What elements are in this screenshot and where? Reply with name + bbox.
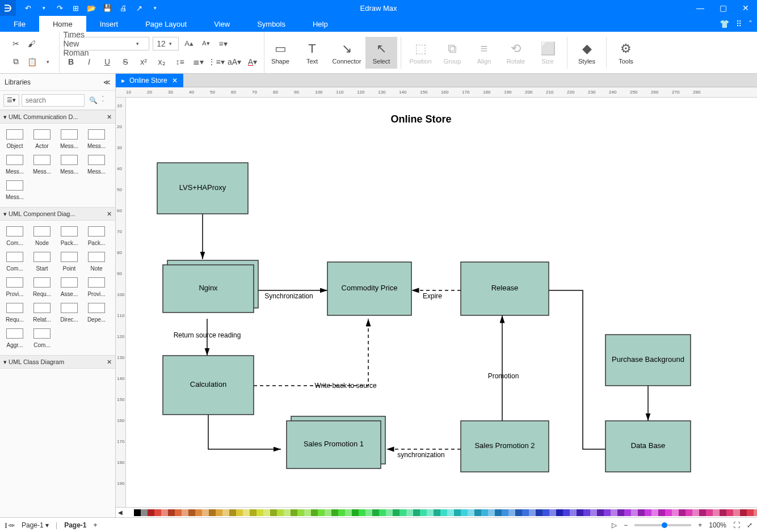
zoom-in-icon[interactable]: + [698, 521, 702, 529]
color-swatch[interactable] [188, 509, 195, 516]
tab-close-icon[interactable]: ✕ [172, 77, 178, 85]
lib-item[interactable]: Mess... [83, 127, 110, 149]
styles-button[interactable]: ◆Styles [571, 37, 603, 69]
color-swatch[interactable] [461, 509, 468, 516]
zoom-out-icon[interactable]: − [624, 521, 628, 529]
page-select[interactable]: Page-1 ▾ [22, 521, 49, 529]
color-swatch[interactable] [168, 509, 175, 516]
font-size-select[interactable]: 12▾ [153, 37, 179, 50]
bullets-icon[interactable]: ≣▾ [191, 55, 205, 69]
menu-view[interactable]: View [200, 16, 243, 32]
color-swatch[interactable] [611, 509, 617, 516]
canvas[interactable]: Online StoreSynchronizationExpireReturn … [126, 98, 757, 507]
underline-icon[interactable]: U [100, 55, 114, 69]
lib-item[interactable]: Node [28, 224, 56, 246]
tools-button[interactable]: ⚙Tools [610, 37, 642, 69]
align-button[interactable]: ≡Align [468, 37, 500, 69]
color-swatch[interactable] [522, 509, 529, 516]
color-swatch[interactable] [563, 509, 570, 516]
menu-page-layout[interactable]: Page Layout [132, 16, 200, 32]
color-swatch[interactable] [325, 509, 331, 516]
size-button[interactable]: ⬜Size [532, 37, 563, 69]
color-swatch[interactable] [481, 509, 488, 516]
color-swatch[interactable] [570, 509, 577, 516]
print-icon[interactable]: 🖨 [116, 1, 131, 15]
color-swatch[interactable] [331, 509, 338, 516]
color-swatch[interactable] [468, 509, 474, 516]
color-swatch[interactable] [617, 509, 624, 516]
lib-item[interactable]: Relat... [28, 301, 56, 323]
tshirt-icon[interactable]: 👕 [720, 19, 729, 28]
color-swatch[interactable] [434, 509, 440, 516]
color-swatch[interactable] [747, 509, 754, 516]
format-painter-icon[interactable]: 🖌 [25, 37, 39, 50]
color-swatch[interactable] [291, 509, 297, 516]
menu-help[interactable]: Help [299, 16, 342, 32]
lib-item[interactable]: Com... [1, 250, 28, 272]
connector-button[interactable]: ↘Connector [328, 37, 365, 69]
color-swatch[interactable] [447, 509, 454, 516]
color-swatch[interactable] [182, 509, 188, 516]
group-button[interactable]: ⧉Group [436, 37, 468, 69]
color-swatch[interactable] [222, 509, 229, 516]
shrink-font-icon[interactable]: A▾ [199, 37, 213, 50]
linespacing-icon[interactable]: ↕≡ [173, 55, 187, 69]
menu-home[interactable]: Home [39, 16, 86, 32]
color-swatch[interactable] [277, 509, 284, 516]
maximize-icon[interactable]: ▢ [712, 0, 734, 16]
lib-down-icon[interactable]: ˅ [102, 100, 112, 105]
color-swatch[interactable] [413, 509, 420, 516]
lib-category[interactable]: ▾ UML Class Diagram✕ [0, 355, 115, 369]
color-swatch[interactable] [427, 509, 434, 516]
color-swatch[interactable] [645, 509, 651, 516]
color-swatch[interactable] [304, 509, 311, 516]
color-swatch[interactable] [195, 509, 202, 516]
color-swatch[interactable] [651, 509, 658, 516]
color-swatch[interactable] [420, 509, 427, 516]
lib-item[interactable]: Direc... [56, 301, 83, 323]
color-swatch[interactable] [590, 509, 597, 516]
color-swatch[interactable] [345, 509, 352, 516]
grow-font-icon[interactable]: A▴ [182, 37, 196, 50]
color-swatch[interactable] [542, 509, 549, 516]
color-swatch[interactable] [692, 509, 699, 516]
lib-item[interactable]: Requ... [28, 275, 56, 297]
collapse-ribbon-icon[interactable]: ˄ [748, 19, 752, 28]
lib-item[interactable]: Provi... [83, 275, 110, 297]
paste-icon[interactable]: 📋 [25, 55, 39, 69]
color-swatch[interactable] [202, 509, 209, 516]
rotate-button[interactable]: ⟲Rotate [500, 37, 532, 69]
lib-item[interactable]: Mess... [56, 127, 83, 149]
fit-icon[interactable]: ⛶ [733, 521, 740, 529]
page-nav-icon[interactable]: ⫿◁▷ [5, 521, 15, 529]
color-swatch[interactable] [454, 509, 461, 516]
qat-dd-icon[interactable]: ▾ [148, 1, 162, 15]
color-swatch[interactable] [175, 509, 182, 516]
lib-item[interactable]: Pack... [83, 224, 110, 246]
lib-item[interactable]: Com... [28, 326, 56, 348]
color-swatch[interactable] [604, 509, 611, 516]
color-swatch[interactable] [311, 509, 318, 516]
lib-item[interactable]: Asse... [56, 275, 83, 297]
close-icon[interactable]: ✕ [734, 0, 757, 16]
color-swatch[interactable] [733, 509, 740, 516]
lib-item[interactable]: Point [56, 250, 83, 272]
color-swatch[interactable] [440, 509, 447, 516]
color-swatch[interactable] [515, 509, 522, 516]
color-swatch[interactable] [665, 509, 672, 516]
lib-category[interactable]: ▾ UML Communication D...✕ [0, 110, 115, 124]
undo-icon[interactable]: ↶ [20, 1, 35, 15]
color-swatch[interactable] [672, 509, 679, 516]
color-swatch[interactable] [161, 509, 168, 516]
color-swatch[interactable] [726, 509, 733, 516]
lib-item[interactable]: Mess... [56, 153, 83, 175]
lib-item[interactable]: Requ... [1, 301, 28, 323]
palette-left-icon[interactable]: ◀ [118, 509, 125, 516]
shape-button[interactable]: ▭Shape [264, 37, 296, 69]
color-swatch[interactable] [297, 509, 304, 516]
lib-item[interactable]: Mess... [1, 178, 28, 200]
align-dd-icon[interactable]: ≡▾ [216, 37, 230, 50]
color-swatch[interactable] [270, 509, 277, 516]
color-swatch[interactable] [583, 509, 590, 516]
font-select[interactable]: Times New Roman▾ [64, 37, 149, 50]
